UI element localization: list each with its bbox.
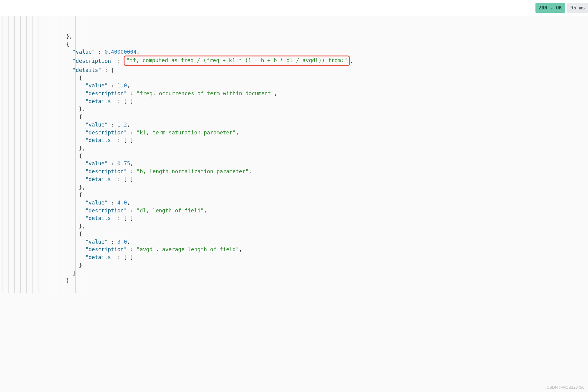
item-close: } xyxy=(2,262,588,269)
json-details-open: "details" : [ xyxy=(2,66,588,74)
item-value: "value" : 0.75, xyxy=(2,160,588,168)
item-open: { xyxy=(2,230,588,238)
item-description: "description" : "k1, term saturation par… xyxy=(2,129,588,137)
item-details-empty: "details" : [ ] xyxy=(2,176,588,184)
response-time-badge: 95 ms xyxy=(567,3,588,13)
item-close: }, xyxy=(2,105,588,113)
json-value-root: "value" : 0.40000004, xyxy=(2,48,588,56)
item-description: "description" : "b, length normalization… xyxy=(2,168,588,176)
json-details-close: ] xyxy=(2,269,588,277)
item-details-empty: "details" : [ ] xyxy=(2,215,588,222)
item-value: "value" : 1.2, xyxy=(2,121,588,129)
json-description-root: "description" : "tf, computed as freq / … xyxy=(2,56,588,66)
item-value: "value" : 1.0, xyxy=(2,82,588,90)
item-description: "description" : "avgdl, average length o… xyxy=(2,246,588,254)
json-code-viewer[interactable]: }, { "value" : 0.40000004, "description"… xyxy=(0,16,588,293)
brace-close: }, xyxy=(2,33,588,41)
item-open: { xyxy=(2,152,588,160)
item-details-empty: "details" : [ ] xyxy=(2,98,588,106)
brace-open: { xyxy=(2,41,588,49)
item-value: "value" : 3.0, xyxy=(2,238,588,246)
item-close: }, xyxy=(2,222,588,230)
brace-close-outer: } xyxy=(2,277,588,285)
status-badge: 200 - OK xyxy=(535,3,565,13)
item-value: "value" : 4.0, xyxy=(2,199,588,207)
item-details-empty: "details" : [ ] xyxy=(2,137,588,144)
item-details-empty: "details" : [ ] xyxy=(2,254,588,262)
item-open: { xyxy=(2,74,588,82)
item-close: }, xyxy=(2,144,588,152)
item-description: "description" : "dl, length of field", xyxy=(2,207,588,215)
item-description: "description" : "freq, occurrences of te… xyxy=(2,90,588,98)
highlight-box: "tf, computed as freq / (freq + k1 * (1 … xyxy=(124,56,350,66)
item-close: }, xyxy=(2,184,588,191)
item-open: { xyxy=(2,191,588,199)
item-open: { xyxy=(2,113,588,121)
response-header: 200 - OK 95 ms xyxy=(0,0,588,16)
